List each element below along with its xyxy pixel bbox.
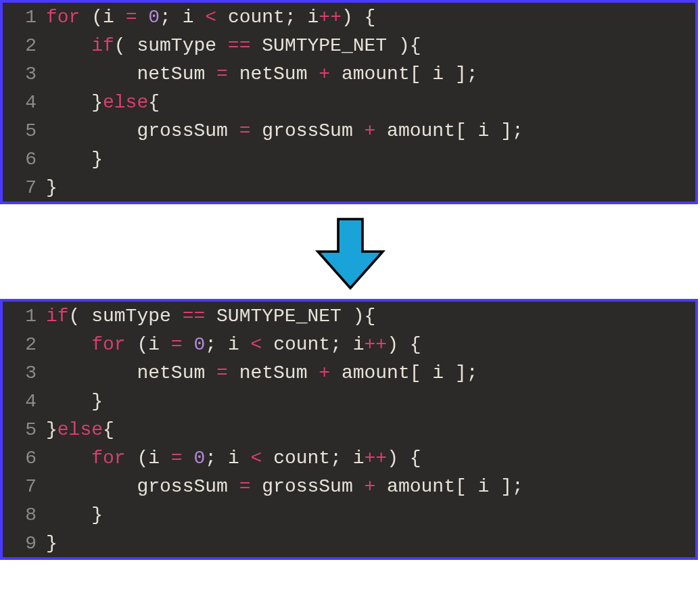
code-line: 7 grossSum = grossSum + amount[ i ]; [3,472,695,500]
code-content: for (i = 0; i < count; i++) { [46,448,421,469]
code-line: 3 netSum = netSum + amount[ i ]; [3,358,695,387]
code-block-before: 1for (i = 0; i < count; i++) {2 if( sumT… [0,0,698,204]
code-content: if( sumType == SUMTYPE_NET ){ [46,35,421,56]
code-line: 4 } [3,387,695,415]
line-number: 7 [3,177,46,198]
code-content: netSum = netSum + amount[ i ]; [46,64,478,85]
line-number: 5 [3,120,46,141]
code-line: 3 netSum = netSum + amount[ i ]; [3,60,695,88]
code-content: grossSum = grossSum + amount[ i ]; [46,120,523,141]
code-line: 6 for (i = 0; i < count; i++) { [3,444,695,472]
code-content: }else{ [46,419,114,440]
code-content: netSum = netSum + amount[ i ]; [46,362,478,383]
code-content: } [46,533,57,554]
code-content: } [46,149,103,170]
code-line: 6 } [3,145,695,173]
code-line: 9} [3,529,695,557]
code-content: for (i = 0; i < count; i++) { [46,7,375,28]
code-line: 8 } [3,500,695,529]
code-content: grossSum = grossSum + amount[ i ]; [46,476,523,497]
line-number: 8 [3,504,46,525]
code-content: } [46,391,103,412]
code-content: if( sumType == SUMTYPE_NET ){ [46,306,375,327]
line-number: 7 [3,476,46,497]
code-line: 2 if( sumType == SUMTYPE_NET ){ [3,31,695,60]
code-content: } [46,177,57,198]
code-line: 7} [3,173,695,202]
down-arrow-icon [310,211,391,292]
line-number: 1 [3,7,46,28]
line-number: 2 [3,35,46,56]
line-number: 4 [3,391,46,412]
line-number: 3 [3,64,46,85]
code-line: 5 grossSum = grossSum + amount[ i ]; [3,116,695,145]
arrow-container [0,204,700,299]
line-number: 1 [3,306,46,327]
code-line: 4 }else{ [3,88,695,116]
code-content: for (i = 0; i < count; i++) { [46,334,421,355]
line-number: 3 [3,362,46,383]
code-content: }else{ [46,92,160,113]
code-content: } [46,504,103,525]
line-number: 6 [3,149,46,170]
code-line: 1for (i = 0; i < count; i++) { [3,3,695,31]
line-number: 9 [3,533,46,554]
line-number: 4 [3,92,46,113]
line-number: 6 [3,448,46,469]
code-line: 2 for (i = 0; i < count; i++) { [3,330,695,358]
code-line: 1if( sumType == SUMTYPE_NET ){ [3,302,695,330]
code-block-after: 1if( sumType == SUMTYPE_NET ){2 for (i =… [0,299,698,560]
code-line: 5}else{ [3,415,695,444]
line-number: 5 [3,419,46,440]
line-number: 2 [3,334,46,355]
